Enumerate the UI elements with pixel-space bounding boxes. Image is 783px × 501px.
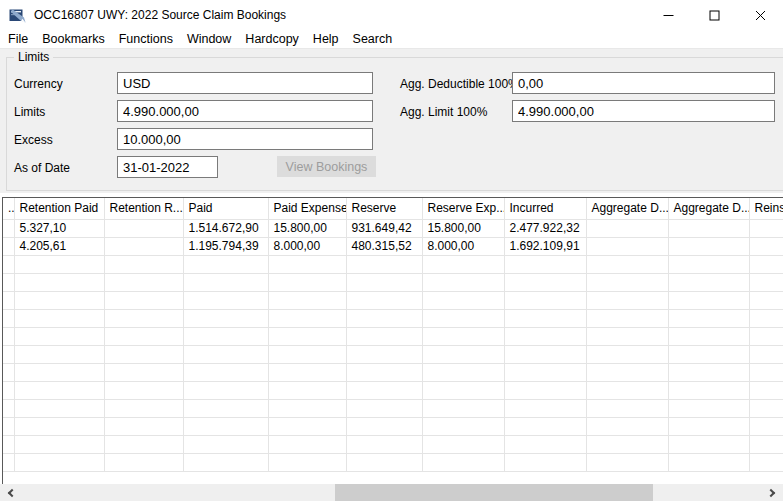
- col-header-retention-paid: Retention Paid: [14, 198, 104, 219]
- empty-cell: [749, 291, 783, 309]
- cell[interactable]: 4.205,61: [14, 237, 104, 255]
- empty-cell: [668, 291, 749, 309]
- empty-cell: [586, 291, 668, 309]
- cell[interactable]: [104, 237, 183, 255]
- empty-cell: [14, 399, 104, 417]
- empty-cell: [3, 273, 14, 291]
- empty-cell: [14, 453, 104, 471]
- cell[interactable]: 1.195.794,39: [183, 237, 268, 255]
- cell[interactable]: 480.315,52: [346, 237, 422, 255]
- cell[interactable]: 1.692.109,91: [504, 237, 586, 255]
- empty-cell: [586, 453, 668, 471]
- cell[interactable]: 8.000,00: [268, 237, 346, 255]
- close-button[interactable]: [737, 0, 783, 30]
- empty-cell: [504, 399, 586, 417]
- menu-search[interactable]: Search: [346, 30, 400, 48]
- empty-cell: [104, 255, 183, 273]
- empty-cell: [104, 309, 183, 327]
- empty-cell: [586, 417, 668, 435]
- empty-cell: [422, 417, 504, 435]
- empty-cell: [3, 435, 14, 453]
- cell[interactable]: 15.800,00: [422, 219, 504, 237]
- empty-cell: [422, 345, 504, 363]
- menu-window[interactable]: Window: [180, 30, 238, 48]
- cell[interactable]: [3, 237, 14, 255]
- view-bookings-button[interactable]: View Bookings: [277, 156, 376, 177]
- empty-cell: [346, 255, 422, 273]
- cell[interactable]: [586, 237, 668, 255]
- cell[interactable]: [749, 237, 783, 255]
- grid-empty-row: [3, 453, 783, 471]
- cell[interactable]: 2.477.922,32: [504, 219, 586, 237]
- empty-cell: [586, 273, 668, 291]
- empty-cell: [268, 273, 346, 291]
- cell[interactable]: 15.800,00: [268, 219, 346, 237]
- empty-cell: [504, 453, 586, 471]
- cell[interactable]: [3, 219, 14, 237]
- empty-cell: [268, 363, 346, 381]
- horizontal-scrollbar[interactable]: [0, 484, 783, 501]
- empty-cell: [268, 327, 346, 345]
- minimize-icon: [663, 10, 674, 21]
- scroll-right-button[interactable]: [763, 484, 781, 501]
- empty-cell: [104, 381, 183, 399]
- empty-cell: [3, 453, 14, 471]
- empty-cell: [422, 255, 504, 273]
- empty-cell: [668, 273, 749, 291]
- col-header-incurred: Incurred: [504, 198, 586, 219]
- menu-hardcopy[interactable]: Hardcopy: [238, 30, 306, 48]
- menu-bookmarks[interactable]: Bookmarks: [35, 30, 112, 48]
- menu-functions[interactable]: Functions: [112, 30, 180, 48]
- empty-cell: [749, 309, 783, 327]
- agg-deductible-field[interactable]: [512, 72, 775, 94]
- cell[interactable]: 5.327,10: [14, 219, 104, 237]
- empty-cell: [749, 381, 783, 399]
- cell[interactable]: 8.000,00: [422, 237, 504, 255]
- empty-cell: [104, 453, 183, 471]
- col-header-clipped: ..: [3, 198, 14, 219]
- empty-cell: [104, 417, 183, 435]
- menu-help[interactable]: Help: [306, 30, 346, 48]
- cell[interactable]: [668, 237, 749, 255]
- menu-file[interactable]: File: [1, 30, 35, 48]
- empty-cell: [668, 363, 749, 381]
- grid-empty-row: [3, 345, 783, 363]
- col-header-aggregate-d1: Aggregate D...: [586, 198, 668, 219]
- excess-field[interactable]: [117, 128, 373, 150]
- empty-cell: [422, 435, 504, 453]
- empty-cell: [183, 417, 268, 435]
- scrollbar-thumb[interactable]: [335, 484, 653, 501]
- empty-cell: [3, 381, 14, 399]
- empty-cell: [504, 381, 586, 399]
- empty-cell: [104, 399, 183, 417]
- limits-panel: Limits Currency Limits Excess As of Date…: [0, 48, 783, 193]
- agg-limit-field[interactable]: [512, 100, 775, 122]
- empty-cell: [183, 453, 268, 471]
- cell[interactable]: [749, 219, 783, 237]
- empty-cell: [422, 309, 504, 327]
- as-of-date-field[interactable]: [117, 156, 218, 178]
- empty-cell: [586, 399, 668, 417]
- limits-label: Limits: [14, 105, 45, 119]
- currency-field[interactable]: [117, 72, 373, 94]
- empty-cell: [422, 399, 504, 417]
- menu-bar: File Bookmarks Functions Window Hardcopy…: [0, 30, 783, 48]
- cell[interactable]: 1.514.672,90: [183, 219, 268, 237]
- cell[interactable]: 931.649,42: [346, 219, 422, 237]
- empty-cell: [504, 309, 586, 327]
- minimize-button[interactable]: [645, 0, 691, 30]
- grid-empty-row: [3, 309, 783, 327]
- cell[interactable]: [104, 219, 183, 237]
- grid-empty-row: [3, 291, 783, 309]
- cell[interactable]: [586, 219, 668, 237]
- empty-cell: [749, 327, 783, 345]
- empty-cell: [504, 327, 586, 345]
- empty-cell: [3, 327, 14, 345]
- limits-field[interactable]: [117, 100, 373, 122]
- empty-cell: [346, 291, 422, 309]
- scroll-left-button[interactable]: [2, 484, 20, 501]
- cell[interactable]: [668, 219, 749, 237]
- maximize-button[interactable]: [691, 0, 737, 30]
- empty-cell: [586, 309, 668, 327]
- empty-cell: [346, 309, 422, 327]
